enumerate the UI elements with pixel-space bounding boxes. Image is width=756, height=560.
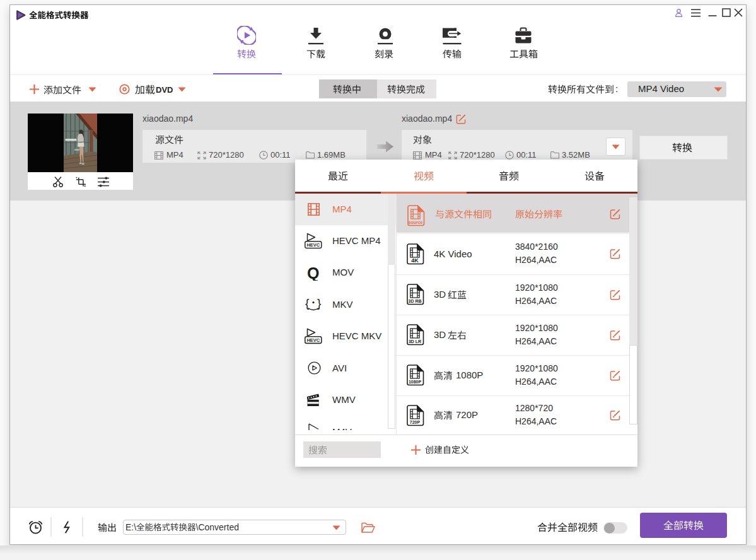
svg-text:HEVC: HEVC: [306, 242, 320, 248]
svg-text:HEVC: HEVC: [306, 337, 320, 343]
svg-text:3D LR: 3D LR: [409, 339, 421, 344]
svg-text:Q: Q: [307, 265, 319, 281]
svg-text:4K: 4K: [411, 257, 419, 264]
svg-text:3D RB: 3D RB: [408, 299, 421, 303]
svg-text:}: }: [317, 296, 321, 310]
svg-text:{: {: [305, 296, 310, 310]
svg-text:source: source: [409, 220, 423, 225]
svg-text:1080P: 1080P: [409, 380, 422, 384]
svg-text:720P: 720P: [410, 420, 421, 424]
